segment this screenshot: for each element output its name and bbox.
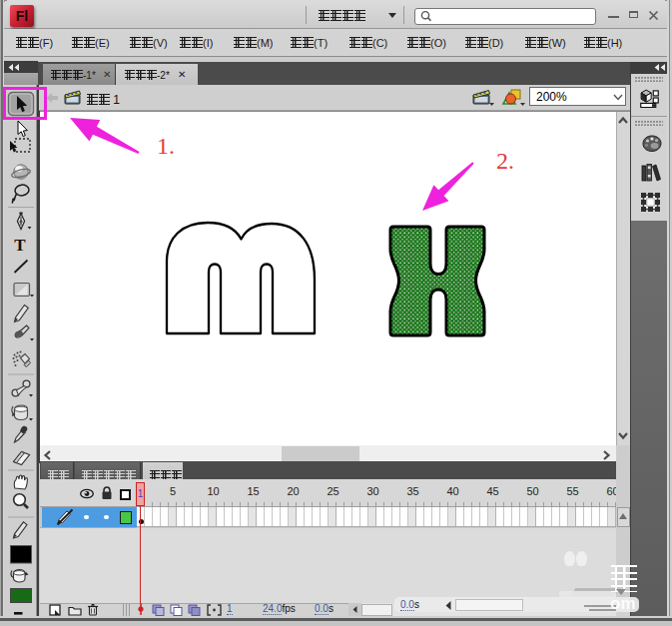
svg-text:T: T (14, 236, 26, 255)
svg-text:1.: 1. (157, 133, 175, 159)
svg-text:2.: 2. (496, 148, 514, 174)
